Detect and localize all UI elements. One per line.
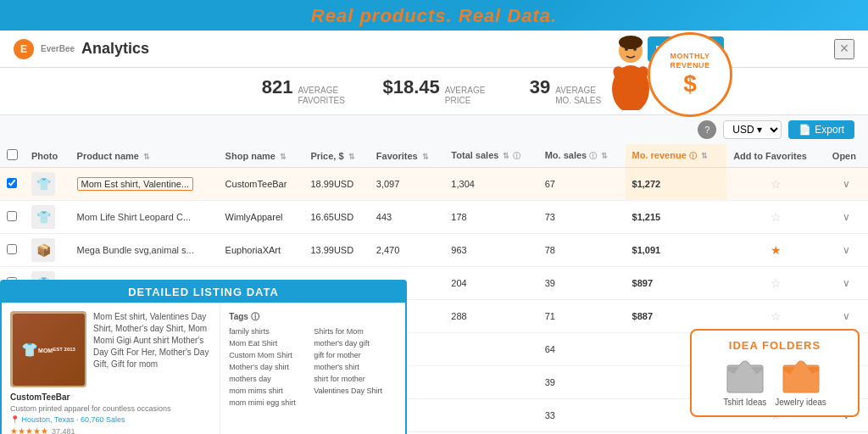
mo-sales-cell: 39	[538, 267, 626, 300]
revenue-value: $887	[632, 311, 653, 321]
open-chevron-button[interactable]: ∨	[843, 178, 850, 190]
detail-product-info: Mom Est shirt, Valentines Day Shirt, Mot…	[93, 311, 211, 387]
tag-item: mom mimi egg shirt	[229, 398, 312, 408]
detail-description: Mom Est shirt, Valentines Day Shirt, Mot…	[93, 311, 211, 370]
svg-point-9	[619, 36, 643, 49]
banner-title: Real products. Real Data.	[0, 5, 868, 27]
stat-value-sales: 39	[530, 76, 550, 98]
jewelry-folder-label: Jewelry ideas	[775, 398, 826, 407]
product-thumbnail: 👕	[31, 172, 55, 196]
close-button[interactable]: ×	[834, 39, 854, 59]
svg-point-10	[625, 47, 628, 51]
favorite-star-button[interactable]: ☆	[771, 177, 782, 191]
revenue-circle-title: MONTHLYREVENUE	[670, 52, 709, 70]
tshirt-folder-label: Tshirt Ideas	[723, 398, 766, 407]
product-shirt-graphic: 👕 MOM EST 2013	[13, 314, 85, 386]
mo-sales-cell: 78	[538, 234, 626, 267]
shop-name-cell: WimlyApparel	[219, 201, 304, 234]
folder-jewelry[interactable]: Jewelry ideas	[775, 359, 826, 407]
col-favorites[interactable]: Favorites ⇅	[370, 144, 445, 168]
folder-tshirt[interactable]: Tshirt Ideas	[723, 359, 766, 407]
tag-item: Custom Mom Shirt	[229, 350, 312, 360]
mo-sales-cell: 39	[538, 366, 626, 399]
table-row: 👕Mom Life Shirt Leopard C...WimlyApparel…	[0, 201, 868, 234]
favorite-star-button[interactable]: ☆	[771, 309, 782, 323]
currency-select[interactable]: USD ▾	[723, 120, 782, 139]
tag-item: Shirts for Mom	[314, 326, 397, 337]
mo-sales-cell: 64	[538, 333, 626, 366]
stats-bar: 821 AVERAGE FAVORITES $18.45 AVERAGE PRI…	[0, 68, 868, 115]
open-chevron-button[interactable]: ∨	[843, 277, 850, 289]
help-button[interactable]: ?	[698, 120, 716, 139]
favorites-cell: 3,097	[370, 168, 445, 201]
col-mo-revenue[interactable]: Mo. revenue ⓘ ⇅	[626, 144, 727, 168]
detail-location: 📍 Houston, Texas · 60,760 Sales	[10, 415, 211, 424]
revenue-value: $897	[632, 278, 653, 288]
dollar-icon: $	[683, 70, 697, 97]
mo-revenue-cell: $1,272	[626, 168, 727, 201]
stat-label-favorites: AVERAGE FAVORITES	[298, 86, 348, 106]
col-shop-name[interactable]: Shop name ⇅	[219, 144, 304, 168]
app-header: E EverBee Analytics ×	[0, 31, 868, 68]
select-all-checkbox[interactable]	[7, 149, 18, 160]
open-chevron-button[interactable]: ∨	[843, 244, 850, 256]
idea-folders-grid: Tshirt Ideas Jewelry ideas	[700, 359, 849, 407]
detail-review-count: 37,481	[52, 427, 75, 435]
shop-name-cell: CustomTeeBar	[219, 168, 304, 201]
tag-item: gift for mother	[314, 350, 397, 360]
product-name-cell: Mom Est shirt, Valentine...	[70, 168, 219, 201]
col-total-sales[interactable]: Total sales ⇅ ⓘ	[444, 144, 537, 168]
tag-item: Mom Eat Shirt	[229, 338, 312, 348]
open-cell: ∨	[826, 201, 868, 234]
detail-product-image: 👕 MOM EST 2013	[10, 311, 86, 387]
export-button[interactable]: 📄 Export	[788, 120, 854, 139]
detail-panel-header: DETAILED LISTING DATA	[2, 281, 405, 303]
stat-value-favorites: 821	[262, 76, 293, 98]
detail-left-section: 👕 MOM EST 2013 Mom Est shirt, Valentines…	[2, 303, 220, 434]
brand-name: EverBee	[41, 44, 75, 53]
product-photo-cell: 👕	[25, 201, 70, 234]
tag-item: mother's day gift	[314, 338, 397, 348]
open-chevron-button[interactable]: ∨	[843, 310, 850, 322]
stat-price: $18.45 AVERAGE PRICE	[382, 76, 495, 106]
add-favorites-cell: ☆	[726, 300, 826, 333]
total-sales-cell: 178	[444, 201, 537, 234]
stat-value-price: $18.45	[382, 76, 439, 98]
open-chevron-button[interactable]: ∨	[843, 211, 850, 223]
mo-revenue-cell: $887	[626, 300, 727, 333]
monthly-revenue-circle: MONTHLYREVENUE $	[648, 32, 732, 117]
table-row: 📦Mega Bundle svg,animal s...EuphoriaXArt…	[0, 234, 868, 267]
stat-favorites: 821 AVERAGE FAVORITES	[262, 76, 349, 106]
tag-item: Valentines Day Shirt	[314, 386, 397, 396]
stat-sales: 39 AVERAGE MO. SALES	[530, 76, 606, 106]
idea-folders-panel: IDEA FOLDERS Tshirt Ideas Jewelry ideas	[690, 329, 860, 417]
tag-item: Mother's day shirt	[229, 362, 312, 372]
product-name-text: Mega Bundle svg,animal s...	[77, 245, 194, 255]
tags-grid: family shirtsShirts for MomMom Eat Shirt…	[229, 326, 397, 408]
open-cell: ∨	[826, 300, 868, 333]
row-checkbox[interactable]	[7, 178, 17, 188]
col-product-name[interactable]: Product name ⇅	[70, 144, 219, 168]
col-mo-sales[interactable]: Mo. sales ⓘ ⇅	[538, 144, 626, 168]
open-cell: ∨	[826, 168, 868, 201]
row-checkbox[interactable]	[7, 211, 17, 221]
price-cell: 16.65USD	[303, 201, 369, 234]
row-checkbox[interactable]	[7, 244, 17, 254]
mo-revenue-cell: $1,215	[626, 201, 727, 234]
tag-item: mother's shirt	[314, 362, 397, 372]
favorite-star-button[interactable]: ☆	[771, 276, 782, 290]
stat-label-price: AVERAGE PRICE	[445, 86, 496, 106]
export-icon: 📄	[798, 124, 811, 136]
favorite-star-button[interactable]: ☆	[771, 210, 782, 224]
col-photo: Photo	[25, 144, 70, 168]
tag-item: family shirts	[229, 326, 312, 337]
add-favorites-cell: ☆	[726, 267, 826, 300]
favorites-cell: 2,470	[370, 234, 445, 267]
favorite-star-button[interactable]: ★	[771, 243, 782, 257]
top-banner: Real products. Real Data.	[0, 0, 868, 31]
product-name-text: Mom Est shirt, Valentine...	[77, 177, 194, 191]
col-price[interactable]: Price, $ ⇅	[303, 144, 369, 168]
price-cell: 13.99USD	[303, 234, 369, 267]
tag-item: mom mims shirt	[229, 386, 312, 396]
mo-sales-cell: 71	[538, 300, 626, 333]
